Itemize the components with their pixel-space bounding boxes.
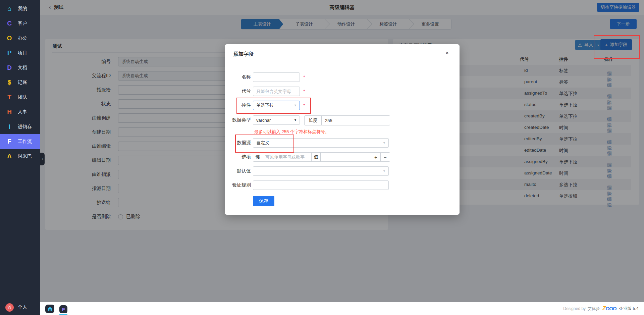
module-icon: A <box>5 152 13 160</box>
sidebar-item-label: 客户 <box>18 20 27 27</box>
rule-input[interactable] <box>253 180 389 190</box>
length-input[interactable] <box>322 118 390 123</box>
logo-z: Z <box>602 305 606 312</box>
sidebar-item[interactable]: T 团队 <box>0 90 40 105</box>
source-select[interactable]: 自定义 ▼ <box>253 138 389 148</box>
edition-text: 企业版 5.4 <box>619 306 639 312</box>
save-button[interactable]: 保存 <box>253 196 274 206</box>
home-icon <box>48 307 52 311</box>
code-label: 代号 <box>225 88 251 94</box>
remove-option-button[interactable]: − <box>380 152 390 162</box>
personal-label: 个人 <box>18 304 27 310</box>
value-input[interactable] <box>321 152 371 162</box>
control-select-value: 单选下拉 <box>256 102 274 108</box>
type-select-value: varchar <box>256 118 271 123</box>
sidebar-item-label: 阿米巴 <box>18 153 32 159</box>
sidebar-item[interactable]: $ 记账 <box>0 75 40 90</box>
value-label: 值 <box>311 152 321 162</box>
sidebar-item[interactable]: F 工作流 <box>0 134 40 149</box>
sidebar-item[interactable]: H 人事 <box>0 105 40 119</box>
default-label: 默认值 <box>225 168 251 174</box>
taskbar: F Designed by 艾体验 ZDOO 企业版 5.4 <box>40 302 644 315</box>
type-row: 数据类型 varchar ▼ <box>225 115 300 125</box>
brand-text: 艾体验 <box>588 306 600 312</box>
sidebar-item-label: 我的 <box>18 6 27 12</box>
sidebar-item-label: 团队 <box>18 94 27 100</box>
sidebar: ⌂ 我的 C 客户 O 办公 P 项目 <box>0 0 40 315</box>
length-hint: 最多可以输入 255 个字符和标点符号。 <box>254 129 329 135</box>
required-mark: * <box>303 74 305 80</box>
module-icon: I <box>5 123 13 131</box>
key-input[interactable] <box>262 152 312 162</box>
rule-row: 验证规则 <box>225 180 389 190</box>
sidebar-item[interactable]: C 客户 <box>0 16 40 31</box>
taskbar-home-button[interactable] <box>45 305 54 313</box>
close-icon[interactable]: × <box>445 50 449 56</box>
sidebar-menu: ⌂ 我的 C 客户 O 办公 P 项目 <box>0 0 40 164</box>
avatar: 管 <box>5 303 14 312</box>
zdoo-logo: ZDOO <box>602 305 616 312</box>
designed-by-text: Designed by <box>563 306 586 311</box>
sidebar-item-label: 文档 <box>18 65 27 71</box>
control-row: 控件 单选下拉 ▼ * <box>225 101 305 110</box>
caret-down-icon: ▼ <box>294 118 297 122</box>
name-row: 名称 * <box>225 72 305 82</box>
screen: ⌂ 我的 C 客户 O 办公 P 项目 <box>0 0 644 315</box>
code-input[interactable] <box>253 87 300 96</box>
module-icon: ⌂ <box>5 5 13 13</box>
name-label: 名称 <box>225 74 251 80</box>
module-icon: C <box>5 19 13 28</box>
module-icon: D <box>5 64 13 72</box>
module-icon: H <box>5 108 13 116</box>
key-label: 键 <box>253 152 262 162</box>
default-row: 默认值 ▼ <box>225 166 389 176</box>
source-label: 数据源 <box>225 140 251 146</box>
sidebar-item-label: 记账 <box>18 80 27 86</box>
module-icon: O <box>5 34 13 42</box>
module-icon: $ <box>5 78 13 87</box>
module-icon: T <box>5 93 13 101</box>
control-select[interactable]: 单选下拉 ▼ <box>253 101 300 110</box>
caret-down-icon: ▼ <box>294 104 297 107</box>
name-input[interactable] <box>253 72 300 82</box>
sidebar-item-label: 进销存 <box>18 124 32 130</box>
sidebar-item[interactable]: A 阿米巴 <box>0 149 40 164</box>
default-select[interactable]: ▼ <box>253 166 389 176</box>
code-row: 代号 * <box>225 87 305 96</box>
add-field-modal: 添加字段 × 名称 * 代号 * 控件 单选下拉 ▼ * 数据类型 <box>225 44 460 215</box>
options-label: 选项 <box>225 154 251 160</box>
sidebar-item[interactable]: O 办公 <box>0 31 40 46</box>
modal-title: 添加字段 <box>233 51 254 57</box>
sidebar-item[interactable]: P 项目 <box>0 46 40 60</box>
required-mark: * <box>303 89 305 94</box>
caret-down-icon: ▼ <box>383 169 386 173</box>
options-row: 选项 键 值 + − <box>225 152 390 162</box>
type-select[interactable]: varchar ▼ <box>253 115 300 125</box>
sidebar-item-label: 人事 <box>18 109 27 115</box>
options-group: 键 值 + − <box>253 152 390 162</box>
logo-doo: DOO <box>606 306 616 311</box>
length-group: 长度 <box>304 115 390 125</box>
source-row: 数据源 自定义 ▼ <box>225 138 389 148</box>
sidebar-item-label: 工作流 <box>18 139 32 145</box>
flow-app-icon: F <box>62 307 65 312</box>
add-option-button[interactable]: + <box>371 152 381 162</box>
rule-label: 验证规则 <box>225 182 251 188</box>
sidebar-item[interactable]: D 文档 <box>0 60 40 75</box>
sidebar-item-label: 办公 <box>18 35 27 41</box>
sidebar-item-label: 项目 <box>18 50 27 56</box>
divider <box>232 64 449 64</box>
sidebar-item-personal[interactable]: 管 个人 <box>0 302 46 313</box>
control-label: 控件 <box>225 102 251 108</box>
required-mark: * <box>303 103 305 108</box>
taskbar-flow-app-button[interactable]: F <box>59 305 67 313</box>
footer-credits: Designed by 艾体验 ZDOO 企业版 5.4 <box>563 302 639 315</box>
source-select-value: 自定义 <box>256 140 269 146</box>
type-label: 数据类型 <box>225 117 251 123</box>
sidebar-item[interactable]: ⌂ 我的 <box>0 1 40 16</box>
caret-down-icon: ▼ <box>383 141 386 145</box>
sidebar-item[interactable]: I 进销存 <box>0 119 40 134</box>
module-icon: F <box>5 138 13 146</box>
module-icon: P <box>5 49 13 57</box>
length-label: 长度 <box>305 116 322 125</box>
